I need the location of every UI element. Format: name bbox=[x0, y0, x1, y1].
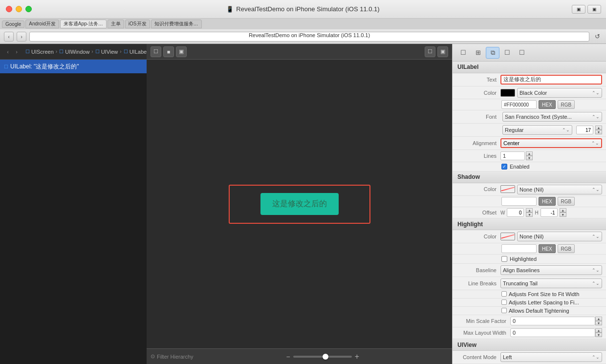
font-select[interactable]: San Francisco Text (Syste... ⌃⌄ bbox=[502, 112, 602, 122]
canvas-corner-2[interactable]: ▣ bbox=[437, 46, 448, 57]
line-breaks-select[interactable]: Truncating Tail ⌃⌄ bbox=[500, 278, 602, 288]
font-size-up[interactable]: ▲ bbox=[595, 126, 602, 130]
canvas-corner-1[interactable]: ☐ bbox=[425, 46, 435, 57]
option3-checkbox[interactable] bbox=[501, 308, 507, 313]
offset-w-input[interactable] bbox=[507, 208, 524, 217]
split-left-button[interactable]: ▣ bbox=[572, 5, 585, 14]
option2-checkbox[interactable] bbox=[501, 300, 507, 305]
address-bar: ‹ › RevealTestDemo on iPhone Simulator (… bbox=[0, 29, 606, 44]
rgb-button[interactable]: RGB bbox=[558, 100, 575, 109]
lines-input[interactable] bbox=[500, 151, 525, 160]
color-select[interactable]: Black Color ⌃⌄ bbox=[517, 88, 602, 98]
baseline-select[interactable]: Align Baselines ⌃⌄ bbox=[500, 265, 602, 275]
font-size-stepper[interactable]: ▲ ▼ bbox=[595, 126, 602, 134]
uilabel-container[interactable]: 这是修改之后的 bbox=[229, 185, 370, 224]
tab-ios[interactable]: iOS开发 bbox=[125, 20, 150, 28]
address-input[interactable]: RevealTestDemo on iPhone Simulator (iOS … bbox=[29, 32, 589, 42]
offset-h-input[interactable] bbox=[541, 208, 558, 217]
breadcrumb-forward[interactable]: › bbox=[13, 48, 21, 56]
shadow-color-arrow: ⌃⌄ bbox=[592, 187, 600, 192]
offset-w-stepper[interactable]: ▲ ▼ bbox=[526, 208, 533, 217]
enabled-checkbox[interactable]: ✓ bbox=[501, 164, 507, 170]
tab-main[interactable]: 主单 bbox=[108, 20, 124, 28]
baseline-label: Baseline bbox=[456, 267, 500, 273]
font-size-down[interactable]: ▼ bbox=[595, 130, 602, 134]
canvas-content[interactable]: 这是修改之后的 bbox=[147, 60, 452, 348]
min-scale-stepper[interactable]: ▲ ▼ bbox=[595, 317, 602, 325]
breadcrumb-uiview[interactable]: ☐ UIView bbox=[95, 49, 118, 55]
tab-laike[interactable]: 来客通App-法务… bbox=[60, 20, 107, 28]
min-scale-up[interactable]: ▲ bbox=[595, 317, 602, 321]
right-tool-identity[interactable]: ☐ bbox=[515, 47, 529, 59]
breadcrumb-uiscreen[interactable]: ☐ UIScreen bbox=[25, 49, 54, 55]
lines-down[interactable]: ▼ bbox=[526, 156, 533, 160]
lines-up[interactable]: ▲ bbox=[526, 151, 533, 156]
shadow-rgb-button[interactable]: RGB bbox=[558, 197, 575, 206]
text-field[interactable] bbox=[500, 75, 602, 85]
offset-w-down[interactable]: ▼ bbox=[526, 213, 533, 217]
highlight-rgb-button[interactable]: RGB bbox=[558, 244, 575, 253]
breadcrumb-uilabel[interactable]: ☐ UILabel bbox=[124, 49, 148, 55]
font-style-select[interactable]: Regular ⌃⌄ bbox=[502, 125, 572, 135]
option1-checkbox[interactable] bbox=[501, 291, 507, 297]
tree-item-uilabel[interactable]: ☐ UILabel: "这是修改之后的" bbox=[0, 60, 147, 73]
center-canvas: ☐ ■ ▣ ☐ ▣ 这是修改之后的 ⊙ Filter Hierarchy − bbox=[147, 44, 452, 364]
shadow-hex-button[interactable]: HEX bbox=[539, 197, 556, 206]
offset-h-down[interactable]: ▼ bbox=[560, 213, 566, 217]
max-layout-stepper[interactable]: ▲ ▼ bbox=[595, 328, 602, 337]
hex-input[interactable] bbox=[501, 100, 537, 109]
zoom-thumb[interactable] bbox=[323, 354, 328, 360]
maximize-button[interactable] bbox=[25, 6, 32, 12]
highlight-hex-button[interactable]: HEX bbox=[539, 244, 556, 253]
close-button[interactable] bbox=[6, 6, 12, 12]
highlight-hex-row: HEX RGB bbox=[453, 243, 606, 255]
breadcrumb-uiwindow[interactable]: ☐ UIWindow bbox=[59, 49, 89, 55]
right-tool-file[interactable]: ☐ bbox=[456, 47, 470, 59]
split-right-button[interactable]: ▣ bbox=[587, 5, 601, 14]
zoom-minus-button[interactable]: − bbox=[286, 353, 290, 361]
canvas-tool-3[interactable]: ▣ bbox=[176, 46, 187, 57]
zoom-plus-button[interactable]: + bbox=[355, 352, 359, 361]
canvas-tool-2[interactable]: ■ bbox=[163, 46, 174, 57]
color-swatch[interactable] bbox=[500, 89, 515, 97]
content-mode-row: Content Mode Left ⌃⌄ bbox=[453, 351, 606, 364]
canvas-tool-1[interactable]: ☐ bbox=[151, 46, 161, 57]
highlighted-label: Highlighted bbox=[510, 256, 537, 262]
offset-w-up[interactable]: ▲ bbox=[526, 208, 533, 213]
content-mode-select[interactable]: Left ⌃⌄ bbox=[500, 352, 602, 362]
max-layout-up[interactable]: ▲ bbox=[595, 328, 602, 333]
minimize-button[interactable] bbox=[16, 6, 22, 12]
back-button[interactable]: ‹ bbox=[4, 32, 14, 42]
shadow-color-select[interactable]: None (Nil) ⌃⌄ bbox=[517, 185, 602, 194]
highlight-color-swatch[interactable] bbox=[500, 233, 515, 240]
right-tool-layout[interactable]: ⊞ bbox=[471, 47, 485, 59]
max-layout-input[interactable] bbox=[510, 328, 595, 337]
alignment-prop-label: Alignment bbox=[456, 140, 500, 146]
tab-android[interactable]: Android开发 bbox=[25, 20, 59, 28]
min-scale-label: Min Scale Factor bbox=[456, 318, 510, 324]
shadow-color-swatch[interactable] bbox=[500, 185, 515, 193]
highlight-color-select[interactable]: None (Nil) ⌃⌄ bbox=[517, 232, 602, 241]
zoom-slider[interactable] bbox=[293, 356, 352, 358]
forward-button[interactable]: › bbox=[17, 32, 26, 42]
breadcrumb-back[interactable]: ‹ bbox=[4, 48, 12, 56]
offset-h-up[interactable]: ▲ bbox=[560, 208, 566, 213]
tab-google[interactable]: Google bbox=[2, 21, 24, 28]
font-prop-label: Font bbox=[456, 114, 500, 120]
prop-alignment-row: Alignment Center ⌃⌄ bbox=[453, 137, 606, 150]
min-scale-down[interactable]: ▼ bbox=[595, 321, 602, 325]
lines-stepper[interactable]: ▲ ▼ bbox=[526, 151, 533, 160]
max-layout-down[interactable]: ▼ bbox=[595, 333, 602, 337]
offset-h-stepper[interactable]: ▲ ▼ bbox=[560, 208, 566, 217]
alignment-select[interactable]: Center ⌃⌄ bbox=[500, 138, 602, 148]
right-tool-props[interactable]: ⧉ bbox=[486, 47, 499, 59]
font-size-input[interactable] bbox=[576, 126, 593, 134]
right-tool-constraints[interactable]: ☐ bbox=[500, 47, 514, 59]
tab-zhishi[interactable]: 知识付费增值服务… bbox=[151, 20, 202, 28]
right-toolbar: ☐ ⊞ ⧉ ☐ ☐ bbox=[453, 44, 606, 62]
min-scale-input[interactable] bbox=[510, 317, 595, 325]
hex-button[interactable]: HEX bbox=[539, 100, 556, 109]
highlighted-checkbox[interactable] bbox=[501, 256, 507, 262]
filter-hierarchy[interactable]: ⊙ Filter Hierarchy bbox=[151, 353, 194, 360]
reload-button[interactable]: ↺ bbox=[592, 32, 602, 42]
